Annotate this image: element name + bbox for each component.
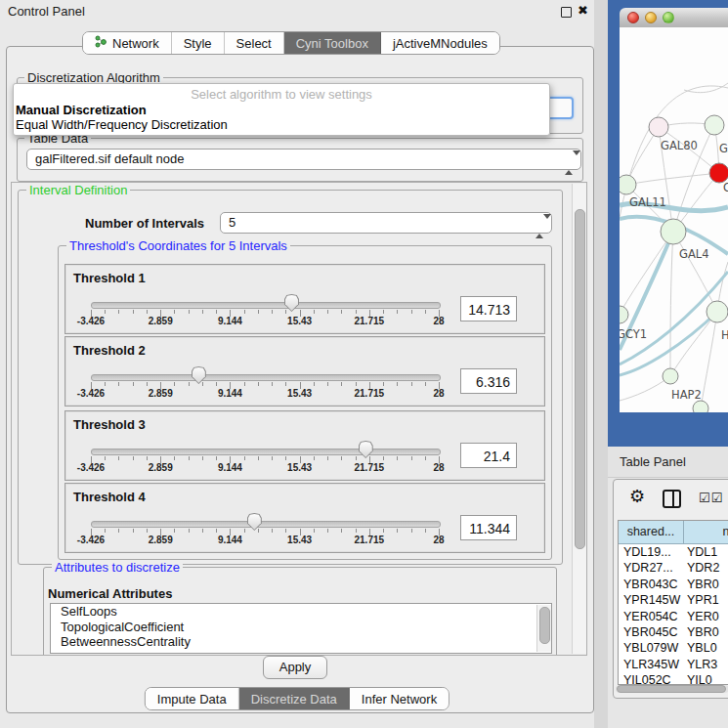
tick-label: 9.144 bbox=[218, 535, 242, 545]
table-card: ⚙ ☑☑ shared...naYDL19...YDL1YDR27...YDR2… bbox=[613, 479, 728, 699]
threshold-label: Threshold 1 bbox=[73, 271, 146, 285]
tick-mark bbox=[216, 529, 217, 533]
cell-name: YPR1 bbox=[687, 592, 719, 608]
tab-select[interactable]: Select bbox=[225, 32, 284, 54]
threshold-value-field[interactable]: 6.316 bbox=[460, 368, 517, 394]
vertical-scrollbar[interactable] bbox=[572, 184, 586, 654]
network-node[interactable] bbox=[620, 306, 628, 323]
tick-label: 9.144 bbox=[218, 316, 242, 326]
slider-track[interactable] bbox=[91, 449, 441, 455]
tick-mark bbox=[383, 382, 384, 386]
tick-mark bbox=[314, 382, 315, 386]
number-of-intervals-combobox[interactable]: 5 bbox=[220, 212, 552, 234]
table-row[interactable]: YER054CYER0 bbox=[619, 609, 728, 624]
cell-name: YBR0 bbox=[687, 624, 719, 640]
tick-mark bbox=[285, 456, 286, 460]
algorithm-item-equal-width-frequency-discretization[interactable]: Equal Width/Frequency Discretization bbox=[16, 117, 228, 132]
tab-infer-network[interactable]: Infer Network bbox=[350, 688, 449, 709]
panel-title: Control Panel bbox=[8, 4, 85, 19]
numerical-attributes-label: Numerical Attributes bbox=[48, 586, 172, 601]
network-node[interactable] bbox=[709, 163, 728, 183]
table-row[interactable]: YLR345WYLR3 bbox=[619, 657, 728, 672]
close-traffic-light[interactable] bbox=[627, 12, 639, 23]
node-table: shared...naYDL19...YDL1YDR27...YDR2YBR04… bbox=[618, 520, 728, 685]
numerical-attributes-list[interactable]: SelfLoopsTopologicalCoefficientBetweenne… bbox=[50, 603, 552, 654]
table-data-combobox[interactable]: galFiltered.sif default node bbox=[26, 149, 581, 170]
threshold-label: Threshold 3 bbox=[73, 417, 146, 432]
threshold-panel-1: Threshold 1-3.4262.8599.14415.4321.71528… bbox=[64, 264, 545, 334]
network-node[interactable] bbox=[693, 401, 708, 412]
cell-shared-name: YLR345W bbox=[623, 657, 688, 672]
tick-mark bbox=[425, 456, 426, 460]
tick-mark bbox=[314, 456, 315, 460]
threshold-value-field[interactable]: 14.713 bbox=[460, 296, 517, 321]
network-node[interactable] bbox=[705, 115, 724, 135]
gear-icon[interactable]: ⚙ bbox=[629, 486, 645, 507]
table-row[interactable]: YBL079WYBL0 bbox=[619, 640, 728, 656]
tab-jactivemnodules[interactable]: jActiveMNodules bbox=[381, 32, 499, 54]
checkbox-icons[interactable]: ☑☑ bbox=[699, 491, 723, 505]
list-scrollbar[interactable] bbox=[536, 605, 551, 652]
algorithm-dropdown-popup: Select algorithm to view settings Manual… bbox=[13, 83, 550, 136]
split-columns-icon[interactable] bbox=[663, 490, 681, 508]
network-node[interactable] bbox=[707, 301, 728, 322]
tab-impute-data[interactable]: Impute Data bbox=[146, 688, 239, 709]
threshold-value-field[interactable]: 21.4 bbox=[460, 443, 517, 468]
tick-mark bbox=[202, 382, 203, 386]
tick-mark bbox=[118, 310, 119, 314]
table-row[interactable]: YIL052CYIL0 bbox=[619, 672, 728, 685]
list-scrollbar-thumb[interactable] bbox=[539, 607, 550, 644]
tick-mark bbox=[272, 382, 273, 386]
float-icon[interactable] bbox=[561, 7, 572, 18]
table-row[interactable]: YBR045CYBR0 bbox=[619, 624, 728, 640]
threshold-value-field[interactable]: 11.344 bbox=[460, 515, 517, 540]
list-item-topologicalcoefficient[interactable]: TopologicalCoefficient bbox=[51, 620, 551, 635]
network-window-titlebar[interactable] bbox=[620, 8, 728, 28]
slider-thumb[interactable] bbox=[247, 513, 262, 531]
horizontal-scrollbar[interactable] bbox=[616, 685, 728, 693]
tab-network[interactable]: Network bbox=[83, 32, 172, 54]
network-node[interactable] bbox=[620, 175, 636, 194]
network-node[interactable] bbox=[661, 219, 686, 244]
panel-splitter[interactable] bbox=[594, 0, 609, 728]
tick-mark bbox=[272, 456, 273, 460]
algorithm-hint-item: Select algorithm to view settings bbox=[14, 87, 549, 102]
slider-track[interactable] bbox=[91, 302, 441, 309]
tick-mark bbox=[244, 456, 245, 460]
vertical-scrollbar-thumb[interactable] bbox=[575, 209, 585, 549]
tick-mark bbox=[411, 382, 412, 386]
tab-label: Cyni Toolbox bbox=[296, 36, 368, 51]
cyni-toolbox-panel: Discretization Algorithm Select algorith… bbox=[6, 46, 594, 713]
slider-track[interactable] bbox=[91, 521, 441, 528]
close-icon[interactable]: ✖ bbox=[578, 3, 588, 18]
tab-label: jActiveMNodules bbox=[393, 36, 488, 51]
table-row[interactable]: YBR043CYBR0 bbox=[619, 577, 728, 592]
network-node[interactable] bbox=[649, 117, 668, 137]
minimize-traffic-light[interactable] bbox=[645, 12, 657, 23]
network-node[interactable] bbox=[663, 368, 678, 384]
column-header-na[interactable]: na bbox=[684, 521, 728, 544]
network-canvas[interactable]: GAL80GACGAL11GAL4GCY1HHAP2 bbox=[620, 27, 728, 412]
apply-button[interactable]: Apply bbox=[263, 656, 327, 679]
slider-thumb[interactable] bbox=[192, 366, 206, 384]
tab-style[interactable]: Style bbox=[172, 32, 225, 54]
algorithm-item-manual-discretization[interactable]: Manual Discretization bbox=[16, 103, 147, 117]
slider-track[interactable] bbox=[91, 374, 441, 381]
tick-mark bbox=[314, 310, 315, 314]
table-row[interactable]: YPR145WYPR1 bbox=[619, 592, 728, 608]
control-panel: Control Panel ✖ Discretization Algorithm… bbox=[0, 0, 595, 728]
network-view-window[interactable]: GAL80GACGAL11GAL4GCY1HHAP2 bbox=[608, 0, 728, 447]
tick-mark bbox=[314, 529, 315, 533]
list-item-selfloops[interactable]: SelfLoops bbox=[51, 604, 551, 620]
table-row[interactable]: YDL19...YDL1 bbox=[619, 544, 728, 560]
slider-thumb[interactable] bbox=[359, 441, 373, 458]
list-item-betweennesscentrality[interactable]: BetweennessCentrality bbox=[51, 634, 551, 650]
column-header-shared-[interactable]: shared... bbox=[619, 521, 684, 544]
tab-cyni-toolbox[interactable]: Cyni Toolbox bbox=[284, 32, 381, 54]
table-row[interactable]: YDR27...YDR2 bbox=[619, 560, 728, 576]
tick-mark bbox=[411, 529, 412, 533]
tick-mark bbox=[356, 456, 357, 460]
tab-discretize-data[interactable]: Discretize Data bbox=[239, 688, 350, 709]
horizontal-scrollbar-thumb[interactable] bbox=[617, 685, 726, 693]
zoom-traffic-light[interactable] bbox=[663, 12, 674, 23]
